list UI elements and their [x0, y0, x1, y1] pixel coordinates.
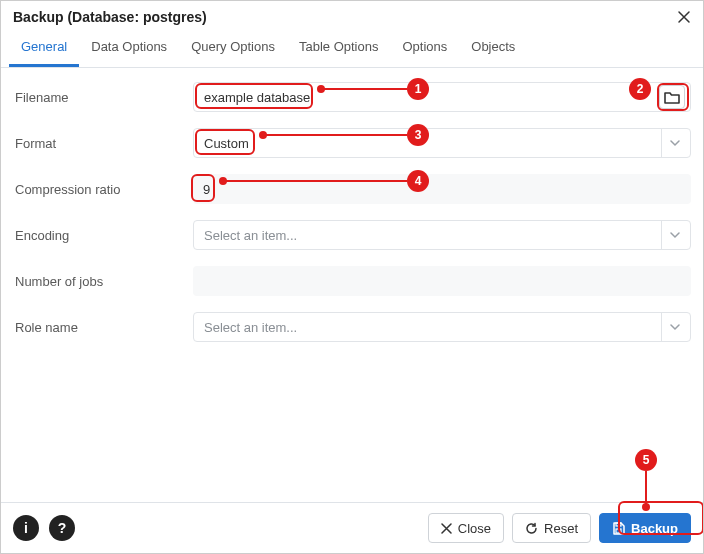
tab-data-options[interactable]: Data Options: [79, 31, 179, 67]
info-icon: i: [24, 520, 28, 536]
dialog-titlebar: Backup (Database: postgres): [1, 1, 703, 31]
dialog-title: Backup (Database: postgres): [13, 9, 207, 25]
role-control: Select an item...: [193, 312, 691, 342]
chevron-down-icon: [661, 129, 680, 157]
tab-query-options[interactable]: Query Options: [179, 31, 287, 67]
close-icon[interactable]: [677, 10, 691, 24]
reset-icon: [525, 522, 538, 535]
question-icon: ?: [58, 520, 67, 536]
role-select[interactable]: Select an item...: [193, 312, 691, 342]
row-filename: Filename: [13, 82, 691, 112]
encoding-control: Select an item...: [193, 220, 691, 250]
tab-general[interactable]: General: [9, 31, 79, 67]
info-button[interactable]: i: [13, 515, 39, 541]
encoding-placeholder: Select an item...: [204, 228, 297, 243]
tab-objects[interactable]: Objects: [459, 31, 527, 67]
file-browse-button[interactable]: [659, 85, 685, 109]
reset-button[interactable]: Reset: [512, 513, 591, 543]
close-icon: [441, 523, 452, 534]
annotation-badge-5: 5: [635, 449, 657, 471]
tab-options[interactable]: Options: [390, 31, 459, 67]
compression-input[interactable]: [193, 174, 691, 204]
backup-button[interactable]: Backup: [599, 513, 691, 543]
help-button[interactable]: ?: [49, 515, 75, 541]
filename-input[interactable]: [193, 82, 691, 112]
form-area: Filename Format Custom: [1, 68, 703, 368]
compression-control: [193, 174, 691, 204]
row-encoding: Encoding Select an item...: [13, 220, 691, 250]
jobs-input[interactable]: [193, 266, 691, 296]
format-label: Format: [13, 136, 193, 151]
chevron-down-icon: [661, 313, 680, 341]
row-role: Role name Select an item...: [13, 312, 691, 342]
dialog-footer: i ? Close Reset Backup: [1, 502, 703, 553]
row-jobs: Number of jobs: [13, 266, 691, 296]
filename-control: [193, 82, 691, 112]
svg-rect-1: [616, 529, 621, 533]
role-label: Role name: [13, 320, 193, 335]
footer-left: i ?: [13, 515, 75, 541]
tab-table-options[interactable]: Table Options: [287, 31, 391, 67]
close-button-label: Close: [458, 521, 491, 536]
jobs-control: [193, 266, 691, 296]
save-icon: [612, 522, 625, 535]
row-compression: Compression ratio: [13, 174, 691, 204]
encoding-label: Encoding: [13, 228, 193, 243]
footer-right: Close Reset Backup: [428, 513, 691, 543]
chevron-down-icon: [661, 221, 680, 249]
jobs-label: Number of jobs: [13, 274, 193, 289]
close-button[interactable]: Close: [428, 513, 504, 543]
filename-label: Filename: [13, 90, 193, 105]
format-select[interactable]: Custom: [193, 128, 691, 158]
format-value: Custom: [204, 136, 249, 151]
backup-button-label: Backup: [631, 521, 678, 536]
svg-rect-0: [616, 523, 621, 526]
compression-label: Compression ratio: [13, 182, 193, 197]
reset-button-label: Reset: [544, 521, 578, 536]
row-format: Format Custom: [13, 128, 691, 158]
tab-bar: General Data Options Query Options Table…: [1, 31, 703, 68]
role-placeholder: Select an item...: [204, 320, 297, 335]
format-control: Custom: [193, 128, 691, 158]
encoding-select[interactable]: Select an item...: [193, 220, 691, 250]
folder-icon: [664, 90, 680, 104]
